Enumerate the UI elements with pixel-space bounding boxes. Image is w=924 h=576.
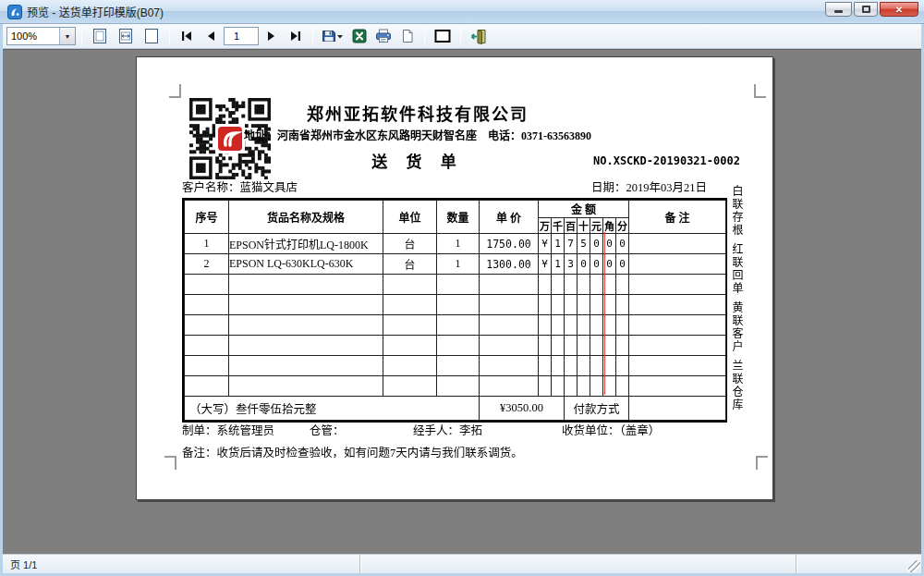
nav-first-icon: [180, 30, 193, 43]
close-button[interactable]: ✕: [880, 2, 918, 17]
margin-setup-icon: [433, 29, 452, 43]
margin-setup-button[interactable]: [431, 26, 455, 47]
print-button[interactable]: [372, 26, 395, 47]
table-row: [185, 295, 726, 315]
save-icon: [322, 29, 336, 43]
table-row: 1EPSON针式打印机LQ-1800K台11750.00¥175000: [185, 234, 726, 254]
zoom-dropdown-button[interactable]: ▼: [59, 28, 75, 44]
toolbar-separator: [81, 27, 82, 45]
amount-digit-cell: [539, 295, 552, 315]
copy-label: 白联存根: [730, 185, 743, 237]
view-whole-page-button[interactable]: [88, 26, 112, 47]
export-excel-button[interactable]: [348, 26, 371, 47]
document-page: 郑州亚拓软件科技有限公司 地址：河南省郑州市金水区东风路明天财智名座 电话：03…: [136, 56, 773, 500]
footer-receiver: 收货单位：（盖章）: [562, 421, 660, 438]
toolbar: ▼: [3, 24, 921, 49]
amount-digit-cell: [565, 336, 578, 356]
amount-unit-header: 万: [539, 218, 552, 234]
excel-export-icon: [352, 29, 367, 43]
minimize-button[interactable]: [825, 2, 852, 17]
table-row: [185, 356, 726, 376]
amount-digit-cell: [578, 376, 590, 397]
amount-digit-cell: 0: [578, 254, 590, 275]
page-whole-icon: [91, 28, 109, 44]
payment-value: [629, 397, 726, 421]
document-title: 送 货 单: [233, 149, 602, 172]
amount-digit-cell: [578, 295, 590, 315]
amount-digit-cell: [590, 376, 603, 397]
exit-door-icon: [469, 29, 487, 44]
col-header-unit: 单位: [383, 201, 437, 234]
amount-digit-cell: [565, 275, 578, 295]
amount-digit-cell: [590, 275, 603, 295]
total-row: （大写）叁仟零伍拾元整¥3050.00付款方式: [185, 397, 726, 421]
amount-digit-cell: [552, 295, 565, 315]
date-label: 日期：: [591, 181, 626, 194]
exit-button[interactable]: [467, 26, 490, 47]
amount-digit-cell: [539, 315, 552, 336]
toolbar-separator: [424, 27, 425, 45]
col-header-price: 单 价: [480, 201, 539, 234]
company-name: 郑州亚拓软件科技有限公司: [233, 101, 602, 125]
col-header-remark: 备 注: [629, 201, 726, 234]
amount-digit-cell: [590, 336, 603, 356]
amount-digit-cell: [539, 275, 552, 295]
prev-page-button[interactable]: [200, 26, 222, 47]
footer-note: 备注：收货后请及时检查验收，如有问题7天内请与我们联系调货。: [182, 443, 523, 460]
next-page-button[interactable]: [261, 26, 283, 47]
footer-maker: 制单：系统管理员: [182, 421, 274, 438]
amount-digit-cell: [539, 336, 552, 356]
amount-digit-cell: [616, 356, 629, 376]
table-row: [185, 315, 726, 336]
resize-grip[interactable]: [908, 560, 920, 572]
amount-digit-cell: [578, 336, 590, 356]
amount-digit-cell: [590, 295, 603, 315]
save-button[interactable]: [319, 26, 346, 47]
col-header-no: 序号: [185, 201, 229, 234]
amount-digit-cell: [565, 315, 578, 336]
page-number-input[interactable]: [224, 27, 259, 45]
amount-digit-cell: [590, 356, 603, 376]
page-actual-icon: [142, 28, 161, 44]
amount-digit-cell: ¥: [539, 234, 552, 254]
customer-name: 蓝猫文具店: [240, 181, 298, 194]
copy-label: 兰联仓库: [730, 360, 743, 411]
status-middle-panel: [359, 555, 796, 573]
amount-digit-cell: [578, 315, 590, 336]
maximize-button[interactable]: [854, 2, 878, 17]
table-row: 2EPSON LQ-630KLQ-630K台11300.00¥130000: [185, 254, 726, 275]
zoom-combobox[interactable]: ▼: [6, 27, 76, 45]
amount-digit-cell: 0: [616, 254, 629, 275]
amount-unit-header: 十: [578, 218, 590, 234]
decimal-separator-line: [604, 232, 605, 395]
nav-prev-icon: [205, 30, 216, 43]
footer-warehouse: 仓管：: [310, 421, 345, 438]
status-right-panel: [796, 555, 921, 573]
view-actual-size-button[interactable]: [140, 26, 164, 47]
last-page-button[interactable]: [285, 26, 307, 47]
view-page-width-button[interactable]: [114, 26, 138, 47]
amount-digit-cell: [590, 315, 603, 336]
amount-unit-header: 百: [565, 218, 578, 234]
amount-digit-cell: 3: [565, 254, 578, 275]
amount-digit-cell: [539, 376, 552, 397]
first-page-button[interactable]: [176, 26, 198, 47]
preview-window: 预览 - 送货单打印模版(B07) ✕ ▼: [0, 0, 924, 576]
zoom-input[interactable]: [7, 28, 59, 44]
amount-digit-cell: [565, 295, 578, 315]
amount-digit-cell: ¥: [539, 254, 552, 275]
date-value: 2019年03月21日: [626, 181, 708, 194]
items-table: 序号 货品名称及规格 单位 数量 单 价 金 额 备 注 万千百十元角分 1EP…: [182, 198, 727, 423]
amount-digit-cell: 0: [616, 234, 629, 254]
preview-area[interactable]: 郑州亚拓软件科技有限公司 地址：河南省郑州市金水区东风路明天财智名座 电话：03…: [3, 49, 921, 554]
amount-digit-cell: [578, 356, 590, 376]
copy-label: 红联回单: [730, 243, 743, 295]
page-setup-button[interactable]: [396, 26, 419, 47]
table-row: [185, 376, 726, 397]
window-title: 预览 - 送货单打印模版(B07): [27, 4, 825, 19]
status-bar: 页 1/1: [3, 554, 921, 573]
table-row: [185, 275, 726, 295]
amount-digit-cell: [552, 315, 565, 336]
total-amount: ¥3050.00: [480, 397, 565, 421]
amount-unit-header: 分: [616, 218, 629, 234]
